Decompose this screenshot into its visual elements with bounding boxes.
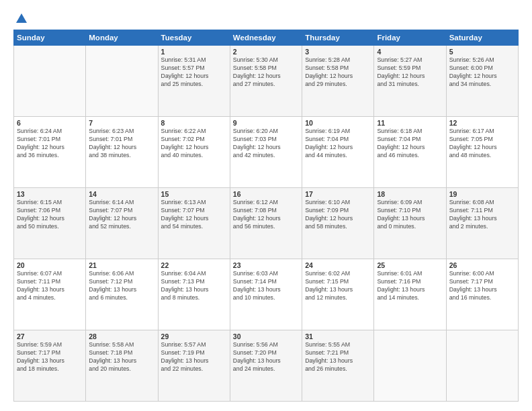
cell-content: Sunrise: 6:00 AM Sunset: 7:17 PM Dayligh…: [449, 270, 515, 302]
cell-content: Sunrise: 6:07 AM Sunset: 7:11 PM Dayligh…: [17, 270, 83, 302]
cell-content: Sunrise: 6:04 AM Sunset: 7:13 PM Dayligh…: [161, 270, 227, 302]
calendar-cell: 22Sunrise: 6:04 AM Sunset: 7:13 PM Dayli…: [158, 259, 230, 330]
calendar-cell: 6Sunrise: 6:24 AM Sunset: 7:01 PM Daylig…: [14, 117, 86, 188]
calendar-cell: 10Sunrise: 6:19 AM Sunset: 7:04 PM Dayli…: [302, 117, 374, 188]
day-header-tuesday: Tuesday: [158, 30, 230, 46]
calendar-cell: 19Sunrise: 6:08 AM Sunset: 7:11 PM Dayli…: [446, 188, 518, 259]
day-number: 31: [305, 332, 371, 340]
calendar-cell: [446, 330, 518, 402]
cell-content: Sunrise: 6:09 AM Sunset: 7:10 PM Dayligh…: [377, 199, 443, 231]
cell-content: Sunrise: 6:22 AM Sunset: 7:02 PM Dayligh…: [161, 128, 227, 160]
calendar-table: SundayMondayTuesdayWednesdayThursdayFrid…: [13, 30, 519, 402]
calendar-cell: 5Sunrise: 5:26 AM Sunset: 6:00 PM Daylig…: [446, 46, 518, 117]
cell-content: Sunrise: 6:18 AM Sunset: 7:04 PM Dayligh…: [377, 128, 443, 160]
cell-content: Sunrise: 6:12 AM Sunset: 7:08 PM Dayligh…: [233, 199, 299, 231]
svg-marker-0: [16, 13, 27, 23]
day-number: 2: [233, 48, 299, 56]
day-number: 24: [305, 261, 371, 269]
calendar-cell: 17Sunrise: 6:10 AM Sunset: 7:09 PM Dayli…: [302, 188, 374, 259]
cell-content: Sunrise: 6:08 AM Sunset: 7:11 PM Dayligh…: [449, 199, 515, 231]
day-number: 19: [449, 190, 515, 198]
calendar-page: SundayMondayTuesdayWednesdayThursdayFrid…: [0, 0, 532, 411]
day-number: 10: [305, 119, 371, 127]
day-number: 30: [233, 332, 299, 340]
week-row-2: 6Sunrise: 6:24 AM Sunset: 7:01 PM Daylig…: [14, 117, 519, 188]
calendar-cell: 11Sunrise: 6:18 AM Sunset: 7:04 PM Dayli…: [374, 117, 446, 188]
calendar-cell: 20Sunrise: 6:07 AM Sunset: 7:11 PM Dayli…: [14, 259, 86, 330]
cell-content: Sunrise: 5:59 AM Sunset: 7:17 PM Dayligh…: [17, 341, 83, 373]
page-header: [13, 12, 519, 24]
cell-content: Sunrise: 6:01 AM Sunset: 7:16 PM Dayligh…: [377, 270, 443, 302]
calendar-cell: 12Sunrise: 6:17 AM Sunset: 7:05 PM Dayli…: [446, 117, 518, 188]
logo-area: [13, 12, 30, 24]
calendar-cell: 4Sunrise: 5:27 AM Sunset: 5:59 PM Daylig…: [374, 46, 446, 117]
calendar-cell: 28Sunrise: 5:58 AM Sunset: 7:18 PM Dayli…: [86, 330, 158, 402]
calendar-cell: 31Sunrise: 5:55 AM Sunset: 7:21 PM Dayli…: [302, 330, 374, 402]
day-number: 7: [89, 119, 154, 127]
calendar-cell: 7Sunrise: 6:23 AM Sunset: 7:01 PM Daylig…: [86, 117, 158, 188]
day-number: 21: [89, 261, 154, 269]
day-number: 9: [233, 119, 299, 127]
cell-content: Sunrise: 5:28 AM Sunset: 5:58 PM Dayligh…: [305, 56, 371, 89]
cell-content: Sunrise: 5:58 AM Sunset: 7:18 PM Dayligh…: [89, 341, 154, 373]
day-header-wednesday: Wednesday: [230, 30, 302, 46]
cell-content: Sunrise: 6:20 AM Sunset: 7:03 PM Dayligh…: [233, 128, 299, 160]
calendar-cell: 21Sunrise: 6:06 AM Sunset: 7:12 PM Dayli…: [86, 259, 158, 330]
calendar-cell: [374, 330, 446, 402]
day-number: 22: [161, 261, 227, 269]
day-number: 11: [377, 119, 443, 127]
cell-content: Sunrise: 5:57 AM Sunset: 7:19 PM Dayligh…: [161, 341, 227, 373]
logo: [13, 12, 30, 24]
cell-content: Sunrise: 6:24 AM Sunset: 7:01 PM Dayligh…: [17, 128, 83, 160]
cell-content: Sunrise: 6:06 AM Sunset: 7:12 PM Dayligh…: [89, 270, 154, 302]
day-header-thursday: Thursday: [302, 30, 374, 46]
day-number: 3: [305, 48, 371, 56]
day-number: 29: [161, 332, 227, 340]
day-number: 12: [449, 119, 515, 127]
calendar-cell: 23Sunrise: 6:03 AM Sunset: 7:14 PM Dayli…: [230, 259, 302, 330]
day-header-monday: Monday: [86, 30, 158, 46]
calendar-header-row: SundayMondayTuesdayWednesdayThursdayFrid…: [14, 30, 519, 46]
week-row-5: 27Sunrise: 5:59 AM Sunset: 7:17 PM Dayli…: [14, 330, 519, 402]
day-number: 13: [17, 190, 83, 198]
calendar-cell: 29Sunrise: 5:57 AM Sunset: 7:19 PM Dayli…: [158, 330, 230, 402]
cell-content: Sunrise: 6:23 AM Sunset: 7:01 PM Dayligh…: [89, 128, 154, 160]
day-number: 8: [161, 119, 227, 127]
calendar-cell: 18Sunrise: 6:09 AM Sunset: 7:10 PM Dayli…: [374, 188, 446, 259]
cell-content: Sunrise: 5:27 AM Sunset: 5:59 PM Dayligh…: [377, 56, 443, 89]
cell-content: Sunrise: 5:30 AM Sunset: 5:58 PM Dayligh…: [233, 56, 299, 89]
day-header-saturday: Saturday: [446, 30, 518, 46]
cell-content: Sunrise: 6:02 AM Sunset: 7:15 PM Dayligh…: [305, 270, 371, 302]
cell-content: Sunrise: 6:17 AM Sunset: 7:05 PM Dayligh…: [449, 128, 515, 160]
day-number: 23: [233, 261, 299, 269]
day-number: 1: [161, 48, 227, 56]
calendar-cell: 2Sunrise: 5:30 AM Sunset: 5:58 PM Daylig…: [230, 46, 302, 117]
calendar-cell: [86, 46, 158, 117]
day-number: 20: [17, 261, 83, 269]
day-number: 17: [305, 190, 371, 198]
cell-content: Sunrise: 5:31 AM Sunset: 5:57 PM Dayligh…: [161, 56, 227, 89]
calendar-cell: 8Sunrise: 6:22 AM Sunset: 7:02 PM Daylig…: [158, 117, 230, 188]
cell-content: Sunrise: 6:13 AM Sunset: 7:07 PM Dayligh…: [161, 199, 227, 231]
calendar-cell: 3Sunrise: 5:28 AM Sunset: 5:58 PM Daylig…: [302, 46, 374, 117]
cell-content: Sunrise: 6:03 AM Sunset: 7:14 PM Dayligh…: [233, 270, 299, 302]
calendar-cell: 30Sunrise: 5:56 AM Sunset: 7:20 PM Dayli…: [230, 330, 302, 402]
day-number: 14: [89, 190, 154, 198]
day-number: 4: [377, 48, 443, 56]
day-header-sunday: Sunday: [14, 30, 86, 46]
calendar-cell: 15Sunrise: 6:13 AM Sunset: 7:07 PM Dayli…: [158, 188, 230, 259]
week-row-1: 1Sunrise: 5:31 AM Sunset: 5:57 PM Daylig…: [14, 46, 519, 117]
day-number: 18: [377, 190, 443, 198]
calendar-cell: 16Sunrise: 6:12 AM Sunset: 7:08 PM Dayli…: [230, 188, 302, 259]
calendar-cell: 24Sunrise: 6:02 AM Sunset: 7:15 PM Dayli…: [302, 259, 374, 330]
day-number: 6: [17, 119, 83, 127]
week-row-4: 20Sunrise: 6:07 AM Sunset: 7:11 PM Dayli…: [14, 259, 519, 330]
calendar-cell: [14, 46, 86, 117]
cell-content: Sunrise: 6:15 AM Sunset: 7:06 PM Dayligh…: [17, 199, 83, 231]
calendar-cell: 14Sunrise: 6:14 AM Sunset: 7:07 PM Dayli…: [86, 188, 158, 259]
day-header-friday: Friday: [374, 30, 446, 46]
cell-content: Sunrise: 6:10 AM Sunset: 7:09 PM Dayligh…: [305, 199, 371, 231]
day-number: 28: [89, 332, 154, 340]
day-number: 15: [161, 190, 227, 198]
day-number: 5: [449, 48, 515, 56]
